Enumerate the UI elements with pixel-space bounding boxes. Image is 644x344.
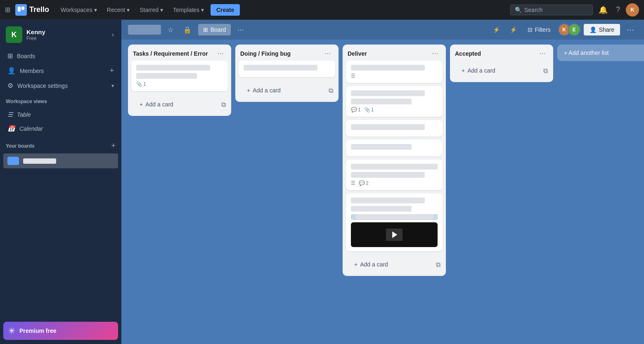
- workspace-name: Kenny: [26, 28, 106, 35]
- search-icon: 🔍: [515, 7, 522, 13]
- add-list-button[interactable]: + Add another list: [557, 45, 644, 61]
- column-more-doing[interactable]: ⋯: [322, 49, 334, 58]
- plus-icon: +: [247, 87, 250, 94]
- your-boards-header: Your boards +: [0, 137, 121, 152]
- add-board-button[interactable]: +: [111, 141, 116, 150]
- create-card-icon-doing[interactable]: ⧉: [328, 86, 335, 94]
- workspace-views-header: Workspace views: [0, 94, 121, 106]
- create-card-icon-accepted[interactable]: ⧉: [542, 66, 550, 75]
- plus-icon: +: [354, 261, 358, 268]
- workspace-views: ☰ Table 📅 Calendar: [0, 106, 121, 137]
- svg-rect-1: [21, 7, 24, 10]
- add-card-button-doing[interactable]: + Add a card: [242, 84, 323, 97]
- top-navigation: ⊞ Trello Workspaces ▾ Recent ▾ Starred ▾…: [0, 0, 644, 20]
- premium-icon: ✳: [8, 326, 15, 336]
- card-image-preview: [351, 222, 438, 247]
- table-icon: ☰: [7, 111, 13, 118]
- card-text-blurred: [351, 144, 412, 150]
- card[interactable]: 💬 1 📎 1: [346, 86, 443, 117]
- sidebar-board-item[interactable]: [3, 153, 118, 168]
- card[interactable]: [239, 61, 335, 77]
- column-cards-tasks: 📎 1: [128, 61, 231, 94]
- card[interactable]: [346, 193, 443, 251]
- trello-logo[interactable]: Trello: [15, 4, 49, 16]
- sidebar-item-members[interactable]: 👤 Members +: [3, 63, 118, 78]
- column-cards-doing: [235, 61, 339, 80]
- grid-icon[interactable]: ⊞: [5, 6, 10, 14]
- create-card-icon-deliver[interactable]: ⧉: [435, 260, 443, 269]
- workspaces-menu[interactable]: Workspaces ▾: [57, 4, 100, 16]
- share-button[interactable]: 👤 Share: [584, 24, 620, 35]
- card-text-blurred: [351, 65, 425, 71]
- lock-board-button[interactable]: 🔒: [180, 24, 195, 36]
- card[interactable]: ☰: [346, 61, 443, 83]
- card-text-blurred: [351, 90, 425, 96]
- user-avatar[interactable]: K: [626, 3, 639, 16]
- star-board-button[interactable]: ☆: [164, 24, 177, 36]
- main-layout: K Kenny Free ‹ ⊞ Boards 👤 Members + ⚙ Wo…: [0, 20, 644, 344]
- members-label: Members: [20, 68, 44, 74]
- card[interactable]: [346, 120, 443, 137]
- recent-menu[interactable]: Recent ▾: [104, 4, 133, 16]
- column-more-accepted[interactable]: ⋯: [537, 49, 548, 58]
- add-card-button-deliver[interactable]: + Add a card: [349, 258, 430, 271]
- column-cards-deliver: ☰ 💬 1 📎 1: [343, 61, 446, 254]
- automation-button[interactable]: ⚡: [507, 24, 520, 35]
- column-doing: Doing / Fixing bug ⋯ + Add a card ⧉: [235, 45, 339, 102]
- svg-rect-0: [18, 7, 21, 12]
- board-columns: Tasks / Requirement / Error ⋯ 📎 1 +: [121, 40, 644, 344]
- card[interactable]: [346, 140, 443, 156]
- board-title: [128, 25, 161, 35]
- sidebar: K Kenny Free ‹ ⊞ Boards 👤 Members + ⚙ Wo…: [0, 20, 121, 344]
- more-views-button[interactable]: ⋯: [234, 24, 247, 36]
- card[interactable]: ☰ 💬 2: [346, 160, 443, 190]
- column-accepted: Accepted ⋯ + Add a card ⧉: [450, 45, 553, 82]
- board-more-button[interactable]: ⋯: [623, 23, 637, 36]
- column-more-deliver[interactable]: ⋯: [429, 49, 441, 58]
- sidebar-item-settings[interactable]: ⚙ Workspace settings ▾: [3, 78, 118, 93]
- help-button[interactable]: ?: [613, 3, 623, 16]
- column-more-tasks[interactable]: ⋯: [215, 49, 226, 58]
- attachment-icon: 📎 1: [136, 81, 146, 87]
- plus-icon: +: [462, 67, 465, 74]
- column-tasks: Tasks / Requirement / Error ⋯ 📎 1 +: [128, 45, 231, 116]
- card-text-blurred: [351, 99, 412, 104]
- board-view-button[interactable]: ⊞ Board: [198, 24, 231, 35]
- sidebar-boards-list: [0, 152, 121, 170]
- card-meta: 💬 1 📎 1: [351, 107, 438, 113]
- add-card-button-tasks[interactable]: + Add a card: [135, 98, 215, 111]
- board-name-blurred: [23, 158, 56, 164]
- power-icon-button[interactable]: ⚡: [490, 24, 503, 35]
- board-area: ☆ 🔒 ⊞ Board ⋯ ⚡ ⚡ ⊟ Filters K E: [121, 20, 644, 344]
- sidebar-item-calendar[interactable]: 📅 Calendar: [3, 122, 118, 136]
- add-card-row-accepted: + Add a card ⧉: [450, 61, 553, 82]
- filters-button[interactable]: ⊟ Filters: [523, 24, 555, 35]
- search-box[interactable]: 🔍: [510, 5, 593, 15]
- workspace-header: K Kenny Free ‹: [0, 20, 121, 47]
- sidebar-item-table[interactable]: ☰ Table: [3, 108, 118, 122]
- column-header-deliver: Deliver ⋯: [343, 45, 446, 61]
- add-card-button-accepted[interactable]: + Add a card: [457, 64, 537, 77]
- board-member-avatar-e[interactable]: E: [568, 24, 580, 36]
- board-header-right: ⚡ ⚡ ⊟ Filters K E 👤 Share ⋯: [490, 23, 637, 36]
- boards-icon: ⊞: [7, 52, 13, 60]
- card-text-blurred: [136, 73, 197, 79]
- card[interactable]: 📎 1: [131, 61, 228, 91]
- sidebar-collapse-button[interactable]: ‹: [110, 29, 116, 40]
- add-member-button[interactable]: +: [109, 66, 114, 75]
- workspace-info: Kenny Free: [26, 28, 106, 41]
- templates-menu[interactable]: Templates ▾: [170, 4, 207, 16]
- create-button[interactable]: Create: [211, 4, 240, 16]
- notifications-button[interactable]: 🔔: [596, 3, 610, 17]
- workspace-avatar[interactable]: K: [6, 26, 22, 43]
- attachment-icon: 📎 1: [364, 107, 374, 113]
- workspace-plan: Free: [26, 35, 106, 41]
- search-input[interactable]: [524, 7, 582, 13]
- card-text-blurred: [351, 198, 425, 203]
- starred-menu[interactable]: Starred ▾: [136, 4, 166, 16]
- premium-button[interactable]: ✳ Premium free: [3, 322, 118, 340]
- create-card-icon-tasks[interactable]: ⧉: [220, 100, 228, 108]
- add-card-row-deliver: + Add a card ⧉: [343, 254, 446, 276]
- sidebar-item-boards[interactable]: ⊞ Boards: [3, 49, 118, 63]
- card-text-blurred: [351, 206, 412, 212]
